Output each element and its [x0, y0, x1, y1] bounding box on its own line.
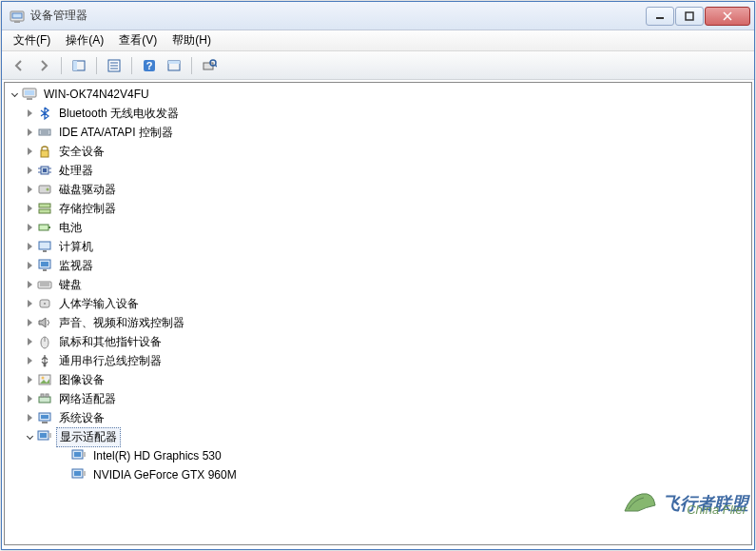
svg-rect-26	[41, 150, 48, 157]
category-label: 电池	[56, 219, 85, 237]
expander-closed-icon[interactable]	[24, 336, 35, 347]
expander-closed-icon[interactable]	[24, 317, 35, 328]
expander-closed-icon[interactable]	[24, 222, 35, 233]
titlebar[interactable]: 设备管理器	[2, 2, 754, 30]
minimize-button[interactable]	[646, 7, 674, 26]
expander-closed-icon[interactable]	[24, 279, 35, 290]
expander-closed-icon[interactable]	[24, 165, 35, 176]
maximize-button[interactable]	[675, 7, 704, 26]
display-adapter-item[interactable]: NVIDIA GeForce GTX 960M	[5, 465, 751, 484]
svg-rect-23	[39, 129, 50, 135]
computer-icon	[37, 239, 52, 254]
expander-closed-icon[interactable]	[24, 374, 35, 385]
expander-closed-icon[interactable]	[24, 298, 35, 309]
app-icon	[10, 9, 25, 24]
svg-rect-56	[46, 394, 48, 397]
close-button[interactable]	[705, 7, 750, 26]
expander-closed-icon[interactable]	[24, 260, 35, 271]
window-title: 设备管理器	[30, 8, 646, 24]
back-button[interactable]	[8, 54, 30, 77]
svg-line-19	[215, 65, 217, 67]
display-adapters-label: 显示适配器	[56, 427, 121, 447]
svg-rect-58	[41, 415, 48, 419]
display-adapter-item[interactable]: Intel(R) HD Graphics 530	[5, 446, 751, 465]
root-label: WIN-OK74N42V4FU	[41, 87, 152, 102]
svg-rect-4	[686, 12, 693, 20]
expander-closed-icon[interactable]	[24, 146, 35, 157]
expander-closed-icon[interactable]	[24, 393, 35, 404]
tree-root-node[interactable]: WIN-OK74N42V4FU	[5, 85, 751, 104]
forward-button[interactable]	[32, 54, 55, 77]
expander-closed-icon[interactable]	[24, 355, 35, 366]
category-label: 声音、视频和游戏控制器	[56, 314, 187, 332]
tree-category-node[interactable]: 鼠标和其他指针设备	[5, 332, 751, 351]
category-label: 安全设备	[56, 143, 107, 161]
category-label: 键盘	[56, 276, 85, 294]
display-adapters-node[interactable]: 显示适配器	[5, 427, 751, 446]
tree-category-node[interactable]: 监视器	[5, 256, 751, 275]
expander-open-icon[interactable]	[24, 431, 35, 443]
tree-category-node[interactable]: 人体学输入设备	[5, 294, 751, 313]
adapter-label: NVIDIA GeForce GTX 960M	[90, 467, 240, 482]
category-label: 计算机	[56, 238, 96, 256]
display-adapter-icon	[71, 448, 87, 463]
category-label: 网络适配器	[56, 390, 119, 408]
watermark-line2: China Flier	[687, 502, 746, 517]
expander-closed-icon[interactable]	[24, 412, 35, 423]
action-button[interactable]	[163, 54, 185, 77]
svg-rect-55	[41, 394, 44, 397]
tree-category-node[interactable]: 磁盘驱动器	[5, 180, 751, 199]
help-button[interactable]: ?	[138, 54, 161, 77]
tree-category-node[interactable]: 存储控制器	[5, 199, 751, 218]
ide-icon	[37, 125, 52, 140]
category-label: 鼠标和其他指针设备	[56, 333, 165, 351]
menu-help[interactable]: 帮助(H)	[165, 30, 219, 50]
expander-closed-icon[interactable]	[24, 241, 35, 252]
tree-category-node[interactable]: 系统设备	[5, 408, 751, 427]
toolbar-separator	[191, 57, 192, 74]
svg-text:?: ?	[146, 60, 153, 71]
scan-hardware-button[interactable]	[198, 54, 221, 77]
hid-icon	[37, 296, 52, 311]
tree-category-node[interactable]: 声音、视频和游戏控制器	[5, 313, 751, 332]
tree-category-node[interactable]: IDE ATA/ATAPI 控制器	[5, 123, 751, 142]
menu-file[interactable]: 文件(F)	[6, 30, 58, 50]
menu-view[interactable]: 查看(V)	[111, 30, 165, 50]
svg-rect-22	[27, 98, 32, 100]
menubar: 文件(F) 操作(A) 查看(V) 帮助(H)	[2, 30, 754, 51]
svg-rect-8	[73, 61, 77, 70]
tree-category-node[interactable]: 电池	[5, 218, 751, 237]
menu-action[interactable]: 操作(A)	[58, 30, 111, 50]
tree-category-node[interactable]: 安全设备	[5, 142, 751, 161]
properties-button[interactable]	[103, 54, 126, 77]
toolbar-separator	[96, 57, 97, 74]
tree-category-node[interactable]: 通用串行总线控制器	[5, 351, 751, 370]
expander-open-icon[interactable]	[9, 89, 20, 100]
toolbar-separator	[61, 57, 62, 74]
svg-rect-2	[14, 21, 20, 23]
svg-rect-64	[74, 452, 81, 457]
expander-closed-icon[interactable]	[24, 127, 35, 138]
svg-rect-40	[43, 250, 47, 252]
usb-icon	[37, 353, 52, 368]
network-icon	[37, 391, 52, 406]
tree-category-node[interactable]: 键盘	[5, 275, 751, 294]
tree-category-node[interactable]: 处理器	[5, 161, 751, 180]
device-tree[interactable]: WIN-OK74N42V4FU Bluetooth 无线电收发器IDE ATA/…	[4, 82, 752, 545]
svg-rect-38	[48, 226, 50, 228]
svg-rect-42	[41, 262, 48, 266]
tree-category-node[interactable]: 计算机	[5, 237, 751, 256]
category-label: 通用串行总线控制器	[56, 352, 165, 370]
svg-rect-54	[39, 397, 50, 403]
svg-point-48	[44, 303, 46, 305]
svg-rect-65	[83, 452, 86, 457]
show-hide-console-tree-button[interactable]	[68, 54, 90, 77]
tree-category-node[interactable]: 图像设备	[5, 370, 751, 389]
expander-closed-icon[interactable]	[24, 108, 35, 119]
expander-closed-icon[interactable]	[24, 203, 35, 214]
tree-category-node[interactable]: 网络适配器	[5, 389, 751, 408]
expander-closed-icon[interactable]	[24, 184, 35, 195]
svg-rect-35	[39, 204, 50, 207]
svg-rect-67	[74, 471, 81, 476]
tree-category-node[interactable]: Bluetooth 无线电收发器	[5, 104, 751, 123]
